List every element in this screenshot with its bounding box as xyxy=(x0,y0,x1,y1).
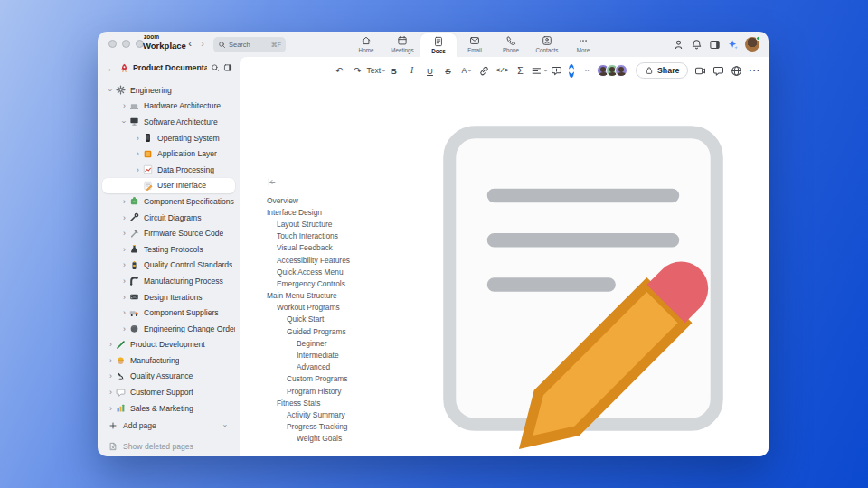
tab-email[interactable]: Email xyxy=(457,32,493,57)
toc-item-activity-summary[interactable]: Activity Summary xyxy=(267,408,399,420)
sidebar-item-user-interface[interactable]: User Interface xyxy=(102,178,235,194)
sidebar-item-quality-control-standards[interactable]: Quality Control Standards xyxy=(102,258,235,274)
toc-item-intermediate[interactable]: Intermediate xyxy=(267,349,399,361)
toc-item-guided-programs[interactable]: Guided Programs xyxy=(267,325,399,337)
sidebar-item-manufacturing-process[interactable]: Manufacturing Process xyxy=(102,273,235,289)
share-button[interactable]: Share xyxy=(636,62,688,79)
chevron-icon[interactable] xyxy=(134,134,142,143)
notifications-icon[interactable] xyxy=(691,39,703,51)
profile-icon[interactable] xyxy=(673,39,684,51)
document-emoji-icon[interactable] xyxy=(405,100,761,456)
toc-item-emergency-controls[interactable]: Emergency Controls xyxy=(267,277,399,289)
chevron-icon[interactable] xyxy=(120,245,128,254)
chevron-icon[interactable] xyxy=(120,293,128,302)
toc-item-fitness-stats[interactable]: Fitness Stats xyxy=(267,397,399,408)
chevron-icon[interactable] xyxy=(120,197,128,206)
sidebar-item-firmware-source-code[interactable]: Firmware Source Code xyxy=(102,225,235,241)
global-search-input[interactable]: Search ⌘F xyxy=(213,37,286,52)
chevron-icon[interactable] xyxy=(120,308,128,317)
toc-item-quick-access-menu[interactable]: Quick Access Menu xyxy=(267,266,399,277)
add-comment-button[interactable] xyxy=(549,63,564,79)
sidebar-item-testing-protocols[interactable]: Testing Protocols xyxy=(102,241,235,258)
chevron-icon[interactable] xyxy=(107,371,115,380)
toc-item-weight-goals[interactable]: Weight Goals xyxy=(267,433,399,445)
nav-back-button[interactable]: ‹ xyxy=(184,38,195,49)
toc-item-advanced[interactable]: Advanced xyxy=(267,361,399,373)
collapse-toolbar-button[interactable]: › xyxy=(579,63,594,79)
globe-icon[interactable] xyxy=(731,65,742,77)
nav-forward-button[interactable]: › xyxy=(197,38,208,49)
sidebar-item-manufacturing[interactable]: Manufacturing xyxy=(102,352,235,369)
toc-item-workout-programs[interactable]: Workout Programs xyxy=(267,302,399,314)
sidebar-item-component-suppliers[interactable]: Component Suppliers xyxy=(102,305,235,321)
toc-item-custom-programs[interactable]: Custom Programs xyxy=(267,373,399,385)
sidebar-item-component-specifications[interactable]: Component Specifications xyxy=(102,193,235,210)
video-call-icon[interactable] xyxy=(694,65,706,77)
back-arrow-icon[interactable]: ← xyxy=(107,63,116,73)
toc-item-visual-feedback[interactable]: Visual Feedback xyxy=(267,242,399,254)
tab-more[interactable]: More xyxy=(565,32,601,57)
tab-docs[interactable]: Docs xyxy=(420,33,457,57)
text-style-dropdown[interactable]: Text› xyxy=(368,63,383,79)
chevron-icon[interactable] xyxy=(107,356,115,365)
panel-icon[interactable] xyxy=(709,39,721,51)
tab-meetings[interactable]: Meetings xyxy=(384,32,420,57)
chevron-icon[interactable] xyxy=(120,324,128,333)
undo-button[interactable]: ↶ xyxy=(332,63,347,79)
ai-companion-button[interactable] xyxy=(569,64,574,78)
redo-button[interactable]: ↷ xyxy=(350,63,365,79)
chevron-icon[interactable] xyxy=(134,165,142,174)
align-dropdown[interactable]: › xyxy=(531,63,546,79)
minimize-window-button[interactable] xyxy=(122,40,130,48)
chevron-icon[interactable] xyxy=(120,213,128,222)
comments-icon[interactable] xyxy=(712,65,724,77)
sidebar-item-software-architecture[interactable]: Software Architecture xyxy=(102,114,235,130)
italic-button[interactable]: I xyxy=(404,63,420,79)
sidebar-item-engineering[interactable]: Engineering xyxy=(102,82,235,99)
bold-button[interactable]: B xyxy=(386,63,401,79)
sidebar-item-quality-assurance[interactable]: Quality Assurance xyxy=(102,369,235,385)
sidebar-item-circuit-diagrams[interactable]: Circuit Diagrams xyxy=(102,210,235,226)
chevron-icon[interactable] xyxy=(107,86,115,95)
chevron-icon[interactable] xyxy=(120,229,128,238)
chevron-icon[interactable] xyxy=(107,404,115,413)
sidebar-item-product-development[interactable]: Product Development xyxy=(102,337,235,353)
add-page-button[interactable]: Add page xyxy=(102,418,235,434)
tab-contacts[interactable]: Contacts xyxy=(529,32,565,57)
sidebar-item-design-iterations[interactable]: Design Iterations xyxy=(102,289,235,305)
chevron-down-icon[interactable] xyxy=(222,421,230,430)
tab-home[interactable]: Home xyxy=(348,32,384,57)
close-window-button[interactable] xyxy=(108,40,117,48)
text-color-dropdown[interactable]: A› xyxy=(458,63,474,79)
sidebar-item-operating-system[interactable]: Operating System xyxy=(102,130,235,146)
chevron-icon[interactable] xyxy=(120,101,128,110)
toc-item-program-history[interactable]: Program History xyxy=(267,385,399,397)
toc-item-accessibility-features[interactable]: Accessibility Features xyxy=(267,254,399,266)
sidebar-item-engineering-change-orders[interactable]: Engineering Change Orders xyxy=(102,321,235,337)
chevron-icon[interactable] xyxy=(107,388,115,397)
tab-phone[interactable]: Phone xyxy=(493,32,529,57)
sidebar-collapse-icon[interactable] xyxy=(223,63,232,72)
collaborator-avatar[interactable] xyxy=(615,64,627,77)
chevron-icon[interactable] xyxy=(134,149,142,158)
more-options-button[interactable]: ··· xyxy=(749,66,760,76)
toc-item-layout-structure[interactable]: Layout Structure xyxy=(267,218,399,230)
sidebar-item-sales-marketing[interactable]: Sales & Marketing xyxy=(102,400,235,417)
user-avatar[interactable] xyxy=(745,37,760,52)
toc-item-quick-start[interactable]: Quick Start xyxy=(267,314,399,325)
show-deleted-pages-button[interactable]: Show deleted pages xyxy=(102,439,235,454)
toc-item-overview[interactable]: Overview xyxy=(267,194,399,206)
chevron-icon[interactable] xyxy=(134,181,142,190)
toc-item-progress-tracking[interactable]: Progress Tracking xyxy=(267,421,399,433)
underline-button[interactable]: U xyxy=(422,63,438,79)
sidebar-item-data-processing[interactable]: Data Processing xyxy=(102,162,235,178)
chevron-icon[interactable] xyxy=(107,340,115,349)
collapse-toc-icon[interactable] xyxy=(267,177,277,187)
toc-item-touch-interactions[interactable]: Touch Interactions xyxy=(267,230,399,242)
sidebar-item-hardware-architecture[interactable]: Hardware Architecture xyxy=(102,99,235,115)
sidebar-search-icon[interactable] xyxy=(211,63,220,72)
ai-sparkle-icon[interactable] xyxy=(727,39,739,51)
toc-item-beginner[interactable]: Beginner xyxy=(267,337,399,349)
strikethrough-button[interactable]: S xyxy=(440,63,456,79)
toc-item-main-menu-structure[interactable]: Main Menu Structure xyxy=(267,290,399,302)
